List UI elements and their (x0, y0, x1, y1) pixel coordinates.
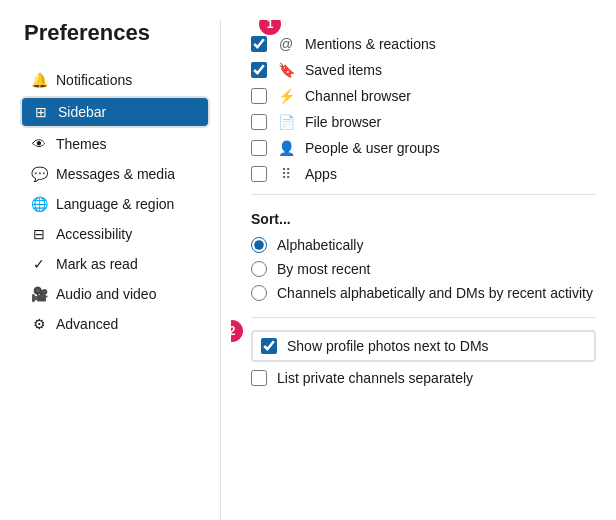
people-icon: 👤 (277, 140, 295, 156)
saved-icon: 🔖 (277, 62, 295, 78)
markasread-icon: ✓ (30, 256, 48, 272)
checkbox-row-mentions: @ Mentions & reactions (251, 36, 596, 52)
checkbox-label-saved: Saved items (305, 62, 382, 78)
checkbox-label-list-private: List private channels separately (277, 370, 473, 386)
apps-icon: ⠿ (277, 166, 295, 182)
sort-option-channels-alpha: Channels alphabetically and DMs by recen… (251, 285, 596, 301)
messages-icon: 💬 (30, 166, 48, 182)
checkbox-saved[interactable] (251, 62, 267, 78)
sidebar-item-label: Mark as read (56, 256, 138, 272)
radio-alphabetically[interactable] (251, 237, 267, 253)
main-content: 1 @ Mentions & reactions 🔖 Saved items ⚡… (231, 20, 616, 520)
section-divider-2 (251, 317, 596, 318)
sidebar-item-sidebar[interactable]: ⊞ Sidebar (20, 96, 210, 128)
sort-label-alphabetically: Alphabetically (277, 237, 363, 253)
checkbox-label-apps: Apps (305, 166, 337, 182)
themes-icon: 👁 (30, 136, 48, 152)
file-browser-icon: 📄 (277, 114, 295, 130)
sidebar-icon: ⊞ (32, 104, 50, 120)
checkbox-label-show-photos: Show profile photos next to DMs (287, 338, 489, 354)
sort-label-most-recent: By most recent (277, 261, 370, 277)
accessibility-icon: ⊟ (30, 226, 48, 242)
advanced-icon: ⚙ (30, 316, 48, 332)
mentions-icon: @ (277, 36, 295, 52)
sidebar-item-audiovideo[interactable]: 🎥 Audio and video (20, 280, 210, 308)
radio-most-recent[interactable] (251, 261, 267, 277)
checkbox-label-people: People & user groups (305, 140, 440, 156)
sidebar-item-label: Advanced (56, 316, 118, 332)
sidebar: Preferences 🔔 Notifications ⊞ Sidebar 👁 … (0, 20, 210, 520)
sidebar-item-label: Notifications (56, 72, 132, 88)
radio-channels-alpha[interactable] (251, 285, 267, 301)
checkbox-row-channel-browser: ⚡ Channel browser (251, 88, 596, 104)
sidebar-item-notifications[interactable]: 🔔 Notifications (20, 66, 210, 94)
notifications-icon: 🔔 (30, 72, 48, 88)
checkbox-label-channel-browser: Channel browser (305, 88, 411, 104)
checkbox-file-browser[interactable] (251, 114, 267, 130)
annotation-badge-2: 2 (231, 320, 243, 342)
checkbox-people[interactable] (251, 140, 267, 156)
sidebar-item-accessibility[interactable]: ⊟ Accessibility (20, 220, 210, 248)
language-icon: 🌐 (30, 196, 48, 212)
sort-section: Sort... Alphabetically By most recent Ch… (251, 211, 596, 301)
sidebar-item-language[interactable]: 🌐 Language & region (20, 190, 210, 218)
sort-label: Sort... (251, 211, 596, 227)
sidebar-item-themes[interactable]: 👁 Themes (20, 130, 210, 158)
channel-browser-icon: ⚡ (277, 88, 295, 104)
section-divider-1 (251, 194, 596, 195)
sidebar-item-advanced[interactable]: ⚙ Advanced (20, 310, 210, 338)
sidebar-item-messages[interactable]: 💬 Messages & media (20, 160, 210, 188)
checkbox-show-photos[interactable] (261, 338, 277, 354)
sort-option-most-recent: By most recent (251, 261, 596, 277)
checkbox-mentions[interactable] (251, 36, 267, 52)
checkbox-list-private[interactable] (251, 370, 267, 386)
sidebar-item-label: Audio and video (56, 286, 156, 302)
checkbox-row-saved: 🔖 Saved items (251, 62, 596, 78)
audiovideo-icon: 🎥 (30, 286, 48, 302)
checkbox-row-apps: ⠿ Apps (251, 166, 596, 182)
sidebar-item-label: Messages & media (56, 166, 175, 182)
checkbox-label-mentions: Mentions & reactions (305, 36, 436, 52)
sidebar-item-label: Accessibility (56, 226, 132, 242)
page-title: Preferences (20, 20, 210, 46)
sidebar-item-label: Sidebar (58, 104, 106, 120)
annotation-badge-1: 1 (259, 20, 281, 35)
checkbox-label-file-browser: File browser (305, 114, 381, 130)
sidebar-item-label: Language & region (56, 196, 174, 212)
bottom-checkbox-row-show-photos: Show profile photos next to DMs (251, 330, 596, 362)
sort-label-channels-alpha: Channels alphabetically and DMs by recen… (277, 285, 593, 301)
sidebar-item-label: Themes (56, 136, 107, 152)
sidebar-item-markasread[interactable]: ✓ Mark as read (20, 250, 210, 278)
vertical-divider (220, 20, 221, 520)
sort-option-alphabetically: Alphabetically (251, 237, 596, 253)
checkbox-row-file-browser: 📄 File browser (251, 114, 596, 130)
bottom-checkbox-row-list-private: List private channels separately (251, 370, 596, 386)
checkbox-row-people: 👤 People & user groups (251, 140, 596, 156)
checkbox-channel-browser[interactable] (251, 88, 267, 104)
checkbox-apps[interactable] (251, 166, 267, 182)
